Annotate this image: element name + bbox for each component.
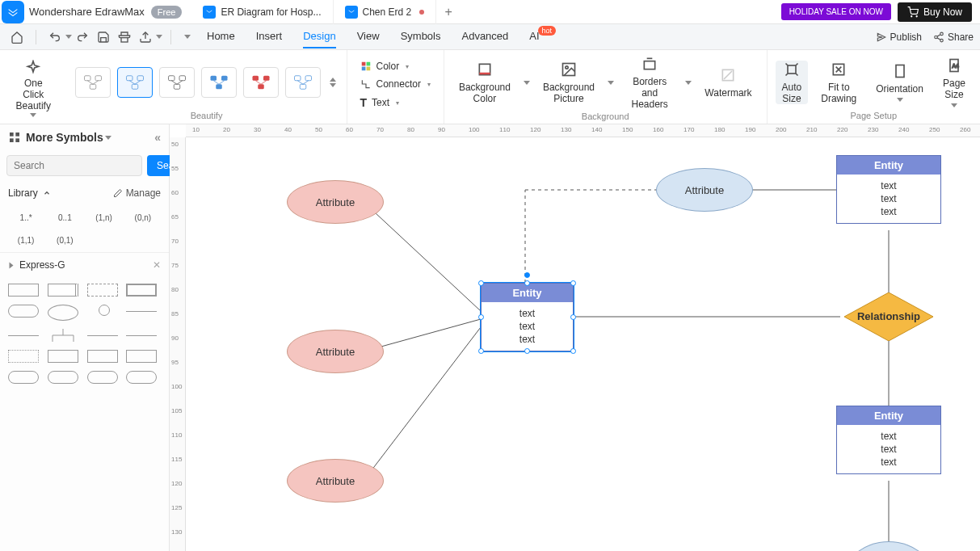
search-input[interactable]	[6, 155, 142, 176]
close-section-button[interactable]: ✕	[153, 259, 161, 271]
undo-button[interactable]	[44, 27, 65, 48]
shape-oval[interactable]	[48, 305, 78, 321]
theme-4[interactable]	[201, 67, 237, 98]
export-button[interactable]	[135, 27, 156, 48]
tab-chen-erd[interactable]: Chen Erd 2	[334, 0, 437, 24]
entity-node[interactable]: Entity texttexttext	[836, 155, 941, 224]
redo-button[interactable]	[72, 27, 93, 48]
shape-line4[interactable]	[126, 335, 157, 336]
sale-button[interactable]: HOLIDAY SALE ON NOW	[781, 3, 891, 20]
bg-picture-dropdown[interactable]	[608, 81, 614, 85]
background-picture-button[interactable]: Background Picture	[536, 61, 601, 104]
page-size-button[interactable]: A4Page Size	[936, 57, 972, 107]
shape-round-rect[interactable]	[8, 305, 39, 318]
customize-quickbar[interactable]	[184, 35, 191, 39]
attribute-node[interactable]: Attribute	[287, 459, 384, 503]
theme-1[interactable]	[75, 67, 111, 98]
rotate-handle[interactable]	[524, 272, 530, 278]
menu-ai[interactable]: AIhot	[529, 25, 557, 48]
theme-5[interactable]	[243, 67, 279, 98]
tab-er-diagram[interactable]: ER Diagram for Hosp...	[191, 0, 333, 24]
save-button[interactable]	[93, 27, 114, 48]
express-g-section[interactable]: Express-G ✕	[0, 252, 169, 277]
theme-2[interactable]	[117, 67, 153, 98]
menu-advanced[interactable]: Advanced	[461, 25, 508, 48]
resize-handle[interactable]	[570, 348, 576, 354]
sidebar: More Symbols « Search Library Manage 1..…	[0, 124, 170, 551]
canvas[interactable]: Attribute Attribute Attribute Attribute …	[186, 137, 980, 551]
shape-round5[interactable]	[126, 371, 157, 384]
shape-rect[interactable]	[8, 284, 39, 297]
menu-design[interactable]: Design	[303, 25, 335, 48]
entity-node-selected[interactable]: Entity texttexttext	[481, 283, 574, 351]
svg-line-18	[135, 80, 141, 84]
resize-handle[interactable]	[570, 314, 576, 320]
bg-color-dropdown[interactable]	[524, 81, 530, 85]
card-item[interactable]: 1..*	[10, 208, 42, 226]
watermark-button[interactable]: Watermark	[698, 66, 758, 99]
menu-home[interactable]: Home	[207, 25, 235, 48]
resize-handle[interactable]	[570, 280, 576, 286]
connector-dropdown[interactable]: Connector▾	[355, 76, 435, 92]
home-button[interactable]	[6, 27, 27, 48]
card-item[interactable]: (1,1)	[10, 231, 42, 249]
auto-size-button[interactable]: Auto Size	[776, 61, 809, 104]
menu-view[interactable]: View	[357, 25, 380, 48]
background-color-button[interactable]: Background Color	[452, 61, 517, 104]
resize-handle[interactable]	[478, 348, 484, 354]
collapse-sidebar-button[interactable]: «	[154, 131, 161, 144]
shape-round3[interactable]	[48, 371, 78, 384]
shape-round2[interactable]	[8, 371, 39, 384]
undo-dropdown[interactable]	[65, 35, 72, 39]
borders-headers-button[interactable]: Borders and Headers	[620, 55, 679, 110]
shape-tree[interactable]	[48, 329, 78, 342]
svg-rect-39	[361, 62, 365, 66]
buy-now-button[interactable]: Buy Now	[898, 2, 972, 22]
shape-rect3[interactable]	[48, 350, 78, 363]
text-dropdown[interactable]: TText▾	[355, 94, 435, 111]
share-button[interactable]: Share	[933, 32, 974, 43]
shape-line[interactable]	[126, 311, 157, 312]
card-item[interactable]: (1,n)	[88, 208, 120, 226]
orientation-button[interactable]: Orientation	[869, 62, 930, 102]
theme-more-button[interactable]	[327, 78, 339, 87]
attribute-node-partial[interactable]	[840, 541, 937, 551]
print-button[interactable]	[114, 27, 135, 48]
fit-to-drawing-button[interactable]: Fit to Drawing	[814, 61, 863, 104]
resize-handle[interactable]	[478, 280, 484, 286]
card-item[interactable]: (0,1)	[48, 231, 81, 249]
relationship-node[interactable]: Relationship	[844, 292, 933, 341]
menu-symbols[interactable]: Symbols	[401, 25, 441, 48]
shape-rect4[interactable]	[87, 350, 118, 363]
entity-node[interactable]: Entity texttexttext	[836, 406, 941, 474]
resize-handle[interactable]	[524, 280, 530, 286]
shape-rect-dashed[interactable]	[87, 284, 118, 297]
attribute-node-blue[interactable]: Attribute	[656, 168, 753, 212]
shape-rect2[interactable]	[8, 350, 39, 363]
shape-rect-thick[interactable]	[126, 284, 157, 297]
one-click-beautify-button[interactable]: One Click Beautify	[8, 60, 59, 117]
theme-3[interactable]	[159, 67, 195, 98]
publish-button[interactable]: Publish	[876, 32, 922, 43]
add-tab-button[interactable]: +	[436, 5, 461, 19]
shape-circle[interactable]	[99, 305, 110, 316]
shape-line3[interactable]	[87, 335, 118, 336]
chevron-up-icon[interactable]	[43, 189, 51, 197]
shape-round4[interactable]	[87, 371, 118, 384]
attribute-node[interactable]: Attribute	[287, 330, 384, 373]
card-item[interactable]: 0..1	[48, 208, 81, 226]
shape-rect-split[interactable]	[48, 284, 78, 297]
shape-rect5[interactable]	[126, 350, 157, 363]
menu-insert[interactable]: Insert	[256, 25, 283, 48]
theme-6[interactable]	[285, 67, 321, 98]
resize-handle[interactable]	[524, 348, 530, 354]
card-item[interactable]: (0,n)	[127, 208, 159, 226]
svg-rect-31	[258, 84, 264, 89]
shape-line2[interactable]	[8, 335, 39, 336]
resize-handle[interactable]	[478, 314, 484, 320]
attribute-node[interactable]: Attribute	[287, 180, 384, 224]
export-dropdown[interactable]	[156, 35, 162, 39]
color-dropdown[interactable]: Color▾	[355, 58, 435, 74]
manage-button[interactable]: Manage	[113, 187, 161, 199]
borders-dropdown[interactable]	[685, 81, 692, 85]
